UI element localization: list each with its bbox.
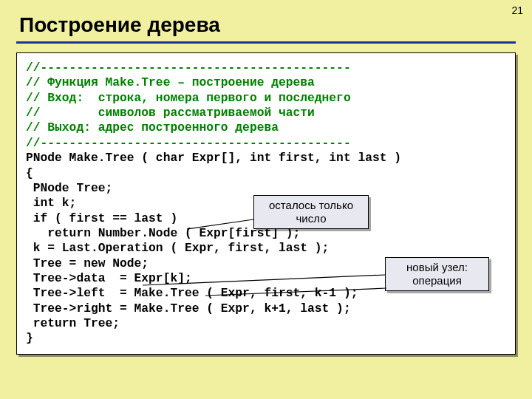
callout-number-only: осталось только число xyxy=(253,195,369,229)
code-line: if ( first == last ) xyxy=(26,211,177,225)
code-line: PNode Tree; xyxy=(26,181,112,195)
title-underline xyxy=(16,41,516,44)
code-line: Tree->right = Make.Tree ( Expr, k+1, las… xyxy=(26,301,351,316)
comment-line: // Функция Make.Tree – построение дерева xyxy=(26,75,315,89)
comment-line: // Вход: строка, номера первого и послед… xyxy=(26,91,351,105)
code-line: int k; xyxy=(26,196,76,210)
code-line: { xyxy=(26,166,33,180)
slide-number: 21 xyxy=(511,4,523,16)
comment-line: // символов рассматриваемой части xyxy=(26,106,315,120)
code-line: return Tree; xyxy=(26,316,120,330)
code-line: Tree->left = Make.Tree ( Expr, first, k-… xyxy=(26,286,358,300)
code-line: Tree->data = Expr[k]; xyxy=(26,271,192,285)
callout-new-node: новый узел: операция xyxy=(385,257,489,291)
comment-line: // Выход: адрес построенного дерева xyxy=(26,120,279,134)
code-box: //--------------------------------------… xyxy=(16,52,516,355)
comment-line: //--------------------------------------… xyxy=(26,61,351,75)
comment-line: //--------------------------------------… xyxy=(26,136,351,150)
code-line: } xyxy=(26,331,33,345)
code-line: k = Last.Operation ( Expr, first, last )… xyxy=(26,241,329,255)
slide-title: Построение дерева xyxy=(0,0,532,41)
code-line: PNode Make.Tree ( char Expr[], int first… xyxy=(26,151,401,165)
code-line: Tree = new Node; xyxy=(26,256,149,270)
